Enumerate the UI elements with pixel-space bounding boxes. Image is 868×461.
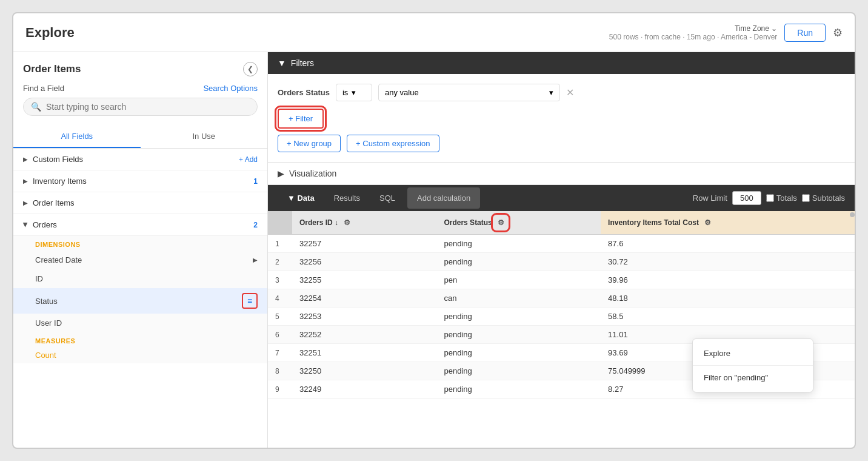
row-num: 9 (268, 380, 292, 399)
row-cost: 48.18 (601, 289, 855, 308)
custom-fields-label: Custom Fields (33, 155, 83, 164)
filter-operator-select[interactable]: is ▾ (336, 84, 372, 101)
top-bar: Explore Time Zone ⌄ 500 rows · from cach… (13, 13, 855, 52)
tab-data[interactable]: ▼ Data (278, 187, 324, 209)
orders-user-id[interactable]: User ID (13, 314, 267, 332)
order-items-label: Order Items (33, 198, 75, 207)
search-input[interactable] (46, 102, 250, 112)
timezone-label: Time Zone ⌄ (609, 24, 777, 33)
subtotals-checkbox-label[interactable]: Subtotals (802, 193, 845, 203)
filter-icon: ≡ (247, 296, 252, 306)
cache-info: Time Zone ⌄ 500 rows · from cache · 15m … (609, 24, 777, 41)
filter-entity: Orders (278, 88, 305, 97)
user-id-label: User ID (35, 318, 62, 328)
table-row: 4 32254 can 48.18 (268, 289, 855, 308)
table-row: 1 32257 pending 87.6 (268, 235, 855, 253)
operator-chevron: ▾ (352, 88, 356, 97)
row-order-id: 32257 (292, 235, 436, 253)
th-row-num (268, 211, 292, 235)
totals-checkbox-label[interactable]: Totals (766, 193, 797, 203)
visualization-label: Visualization (289, 169, 336, 178)
row-order-id: 32255 (292, 271, 436, 289)
row-order-id: 32256 (292, 253, 436, 271)
search-options-link[interactable]: Search Options (203, 84, 258, 93)
find-field-row: Find a Field Search Options (23, 84, 258, 93)
filters-body: Orders Status is ▾ any value ▾ ✕ + Filte… (268, 74, 855, 163)
status-label: Status (35, 297, 58, 306)
custom-expression-button[interactable]: + Custom expression (347, 135, 439, 152)
search-box[interactable]: 🔍 (23, 98, 258, 116)
filter-value-select[interactable]: any value ▾ (378, 84, 560, 101)
row-status: can (436, 289, 601, 308)
top-bar-right: Time Zone ⌄ 500 rows · from cache · 15m … (609, 24, 843, 42)
inventory-cost-gear-icon[interactable]: ⚙ (701, 216, 714, 229)
row-status: pen (436, 271, 601, 289)
tab-results[interactable]: Results (324, 187, 370, 209)
new-group-button[interactable]: + New group (278, 135, 341, 152)
table-row: 2 32256 pending 30.72 (268, 253, 855, 271)
orders-status[interactable]: Status ≡ (13, 288, 267, 314)
page-title: Explore (25, 25, 75, 41)
add-calculation-button[interactable]: Add calculation (407, 187, 480, 209)
context-menu-separator (693, 365, 813, 366)
filter-field: Status (305, 88, 330, 97)
tab-in-use[interactable]: In Use (141, 126, 268, 148)
chevron-icon: ▶ (253, 257, 258, 263)
row-limit-input[interactable] (732, 191, 761, 205)
row-cost: 58.5 (601, 308, 855, 326)
find-field-label: Find a Field (23, 84, 64, 93)
row-num: 2 (268, 253, 292, 271)
row-num: 3 (268, 271, 292, 289)
add-filter-button[interactable]: + Filter (278, 109, 324, 129)
data-area: Orders ID ↓ ⚙ Orders Status ⚙ Inventory … (268, 211, 855, 448)
measures-label: MEASURES (13, 332, 267, 347)
orders-created-date[interactable]: Created Date ▶ (13, 251, 267, 269)
row-order-id: 32254 (292, 289, 436, 308)
settings-icon[interactable]: ⚙ (833, 26, 843, 39)
tabs-row: All Fields In Use (13, 126, 267, 149)
sidebar-collapse-button[interactable]: ❮ (243, 62, 258, 76)
group-expression-row: + New group + Custom expression (278, 135, 845, 152)
row-num: 7 (268, 344, 292, 362)
filter-row: Orders Status is ▾ any value ▾ ✕ (278, 84, 845, 101)
row-cost: 39.96 (601, 271, 855, 289)
totals-checkbox[interactable] (766, 194, 774, 202)
sidebar-item-order-items[interactable]: ▶ Order Items (13, 192, 267, 214)
cache-detail: 500 rows · from cache · 15m ago · Americ… (609, 33, 777, 41)
vis-chevron: ▶ (278, 169, 284, 178)
filters-header[interactable]: ▼ Filters (268, 52, 855, 74)
custom-fields-add-link[interactable]: + Add (239, 155, 258, 164)
sidebar-item-orders[interactable]: ▶ Orders 2 (13, 214, 267, 236)
orders-badge: 2 (253, 221, 258, 229)
row-limit-label: Row Limit (693, 193, 727, 203)
row-status: pending (436, 253, 601, 271)
filter-close-button[interactable]: ✕ (566, 87, 574, 98)
visualization-bar[interactable]: ▶ Visualization (268, 163, 855, 185)
filter-icon-box[interactable]: ≡ (242, 293, 258, 309)
filters-label: Filters (291, 58, 314, 68)
subtotals-checkbox[interactable] (802, 194, 810, 202)
row-status: pending (436, 326, 601, 344)
tab-all-fields[interactable]: All Fields (13, 126, 141, 148)
app-window: Explore Time Zone ⌄ 500 rows · from cach… (12, 12, 856, 449)
row-cost: 87.6 (601, 235, 855, 253)
row-status: pending (436, 362, 601, 380)
context-menu-filter-pending[interactable]: Filter on "pending" (693, 368, 813, 387)
row-status: pending (436, 344, 601, 362)
tab-sql[interactable]: SQL (370, 187, 405, 209)
row-num: 1 (268, 235, 292, 253)
row-status: pending (436, 380, 601, 399)
orders-count[interactable]: Count (13, 347, 267, 363)
orders-id-gear-icon[interactable]: ⚙ (340, 216, 353, 229)
sidebar-item-inventory-items[interactable]: ▶ Inventory Items 1 (13, 170, 267, 192)
row-status: pending (436, 235, 601, 253)
row-order-id: 32252 (292, 326, 436, 344)
sidebar-item-custom-fields[interactable]: ▶ Custom Fields + Add (13, 149, 267, 170)
dimensions-label: DIMENSIONS (13, 236, 267, 251)
orders-id[interactable]: ID (13, 269, 267, 288)
sidebar-title: Order Items ❮ (23, 62, 258, 76)
orders-status-gear-icon[interactable]: ⚙ (494, 216, 507, 229)
run-button[interactable]: Run (784, 24, 826, 42)
inventory-items-label: Inventory Items (33, 177, 87, 186)
context-menu-explore[interactable]: Explore (693, 344, 813, 363)
